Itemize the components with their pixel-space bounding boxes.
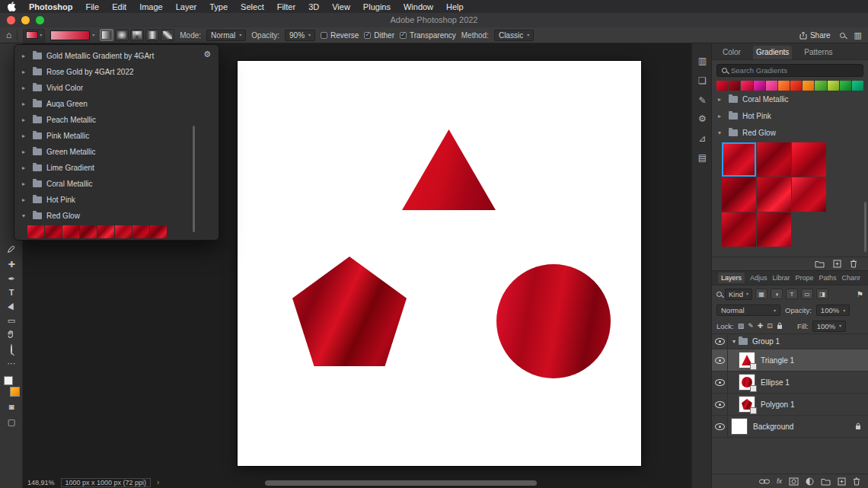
- gradient-folder-row[interactable]: ▸ Hot Pink: [14, 192, 219, 208]
- chevron-right-icon[interactable]: ▸: [22, 53, 28, 59]
- gradient-swatch[interactable]: [757, 142, 791, 177]
- layer-row-polygon[interactable]: Polygon 1: [712, 394, 868, 416]
- workspace-switcher-icon[interactable]: ▥: [854, 30, 862, 40]
- reverse-checkbox[interactable]: Reverse: [321, 31, 359, 40]
- kind-filter-select[interactable]: Kind▾: [725, 289, 752, 300]
- layer-thumbnail[interactable]: [739, 374, 755, 391]
- new-group-button[interactable]: [821, 477, 831, 486]
- picker-scrollbar[interactable]: [193, 126, 195, 232]
- eye-icon[interactable]: [715, 357, 725, 364]
- layer-row-ellipse[interactable]: Ellipse 1: [712, 372, 868, 394]
- gradient-preview-bar[interactable]: [50, 30, 90, 40]
- chevron-right-icon[interactable]: ▸: [718, 96, 724, 103]
- chevron-right-icon[interactable]: ▸: [22, 132, 28, 139]
- menu-type[interactable]: Type: [209, 2, 228, 11]
- gradient-folder-row[interactable]: ▸ Pink Metallic: [14, 128, 219, 144]
- gradient-folder-row[interactable]: ▸ Lime Gradient: [14, 160, 219, 176]
- layer-row-background[interactable]: Background: [712, 416, 868, 438]
- menu-window[interactable]: Window: [404, 2, 433, 11]
- search-icon[interactable]: [840, 33, 845, 38]
- dock-paragraph-icon[interactable]: ▤: [692, 152, 713, 163]
- adjustment-layer-button[interactable]: [806, 477, 814, 486]
- layer-name[interactable]: Triangle 1: [761, 356, 794, 365]
- layer-style-button[interactable]: fx: [777, 477, 782, 485]
- quick-mask-button[interactable]: ◙: [0, 402, 23, 411]
- gradient-swatch[interactable]: [757, 212, 791, 247]
- chevron-down-icon[interactable]: ▾: [92, 33, 94, 37]
- delete-gradient-button[interactable]: [850, 260, 857, 268]
- folder-coral-metallic[interactable]: ▸ Coral Metallic: [712, 91, 868, 107]
- filter-smart-objects-button[interactable]: ◨: [816, 289, 828, 299]
- visibility-cell[interactable]: [712, 372, 728, 393]
- gradient-swatch[interactable]: [97, 225, 114, 238]
- gradient-swatch[interactable]: [729, 81, 740, 91]
- transparency-checkbox[interactable]: Transparency: [400, 31, 456, 40]
- gradient-preview-dropdown[interactable]: ▾: [50, 30, 94, 40]
- tab-color[interactable]: Color: [720, 46, 744, 59]
- gradient-swatch[interactable]: [757, 177, 791, 212]
- checkbox-checked[interactable]: [400, 32, 407, 39]
- menu-3d[interactable]: 3D: [308, 2, 319, 11]
- new-group-button[interactable]: [815, 260, 825, 268]
- horizontal-scrollbar[interactable]: [265, 480, 537, 486]
- chevron-right-icon[interactable]: ▸: [22, 180, 28, 187]
- tab-adjustments[interactable]: Adjus: [750, 274, 767, 282]
- tab-layers[interactable]: Layers: [718, 273, 745, 283]
- angle-gradient-button[interactable]: [130, 29, 144, 41]
- layer-thumbnail[interactable]: [739, 396, 755, 413]
- gradient-swatch[interactable]: [27, 225, 44, 238]
- apple-menu-icon[interactable]: [8, 2, 16, 11]
- checkbox-checked[interactable]: [364, 32, 371, 39]
- dock-brushes-icon[interactable]: ✎: [692, 95, 713, 106]
- menu-edit[interactable]: Edit: [112, 2, 126, 11]
- menu-view[interactable]: View: [332, 2, 350, 11]
- gradient-swatch[interactable]: [716, 81, 728, 91]
- linear-gradient-button[interactable]: [100, 29, 113, 41]
- eye-icon[interactable]: [715, 401, 725, 408]
- gradient-folder-row[interactable]: ▸ Green Metallic: [14, 144, 219, 160]
- gradient-swatch[interactable]: [815, 81, 826, 91]
- gradient-swatch[interactable]: [792, 177, 826, 212]
- chevron-right-icon[interactable]: ▸: [22, 85, 28, 91]
- gradient-swatch[interactable]: [722, 212, 756, 247]
- lock-all-button[interactable]: [777, 322, 783, 330]
- gradient-swatch[interactable]: [792, 142, 826, 177]
- dock-measure-icon[interactable]: ⊿: [692, 133, 713, 144]
- layer-thumbnail[interactable]: [739, 352, 755, 368]
- gradient-swatch[interactable]: [62, 225, 79, 238]
- pen-tool[interactable]: ✒: [0, 274, 23, 284]
- document-canvas[interactable]: [238, 61, 641, 466]
- foreground-background-colors[interactable]: [4, 376, 20, 397]
- zoom-level[interactable]: 148,91%: [27, 479, 55, 486]
- status-chevron-icon[interactable]: ›: [157, 478, 159, 486]
- gradient-folder-row[interactable]: ▸ Coral Metallic: [14, 176, 219, 192]
- home-icon[interactable]: ⌂: [6, 30, 11, 40]
- lock-position-button[interactable]: ✚: [758, 322, 764, 330]
- search-gradients-input[interactable]: [731, 66, 858, 75]
- eyedropper-tool[interactable]: [0, 244, 23, 254]
- menu-select[interactable]: Select: [241, 2, 264, 11]
- gradient-swatch[interactable]: [828, 81, 839, 91]
- tab-properties[interactable]: Prope: [796, 274, 814, 282]
- triangle-shape[interactable]: [402, 129, 496, 210]
- reflected-gradient-button[interactable]: [145, 29, 159, 41]
- filter-adjustment-layers-button[interactable]: ◑: [771, 289, 783, 299]
- filter-pixel-layers-button[interactable]: ▦: [755, 289, 767, 299]
- gradient-folder-row[interactable]: ▸ Peach Metallic: [14, 112, 219, 128]
- layer-opacity-select[interactable]: 100%▾: [816, 305, 850, 316]
- opacity-select[interactable]: 90%▾: [285, 30, 315, 41]
- lock-artboard-button[interactable]: ⊡: [767, 322, 773, 330]
- layer-row-triangle[interactable]: Triangle 1: [712, 349, 868, 372]
- app-menu[interactable]: Photoshop: [29, 2, 72, 11]
- delete-layer-button[interactable]: [853, 477, 860, 486]
- filter-type-layers-button[interactable]: T: [786, 289, 798, 299]
- menu-filter[interactable]: Filter: [277, 2, 295, 11]
- gradient-swatch[interactable]: [778, 81, 790, 91]
- gradient-folder-row-expanded[interactable]: ▾ Red Glow: [14, 208, 219, 224]
- search-gradients-box[interactable]: [716, 64, 863, 77]
- tab-gradients[interactable]: Gradients: [753, 46, 792, 59]
- gradient-swatch[interactable]: [132, 225, 149, 238]
- rectangle-tool[interactable]: ▭: [0, 316, 23, 326]
- screen-mode-button[interactable]: ▢: [0, 417, 23, 427]
- folder-red-glow[interactable]: ▾ Red Glow: [712, 125, 868, 141]
